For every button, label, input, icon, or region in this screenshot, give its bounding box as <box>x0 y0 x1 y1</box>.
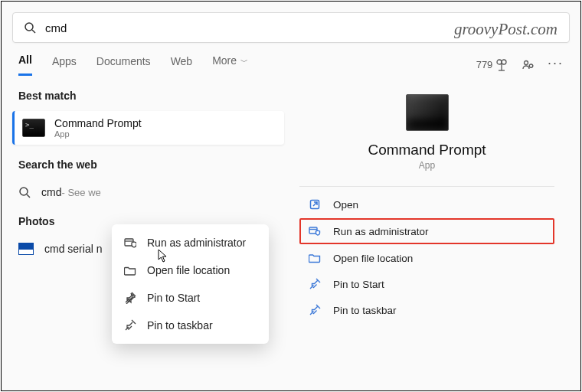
action-label: Open file location <box>333 253 413 264</box>
action-open[interactable]: Open <box>299 191 554 217</box>
pin-icon <box>309 278 321 290</box>
pin-icon <box>309 304 321 316</box>
svg-point-10 <box>20 188 28 195</box>
best-match-result[interactable]: Command Prompt App <box>12 111 284 145</box>
photo-result-label: cmd serial n <box>44 243 102 255</box>
svg-line-11 <box>27 194 30 198</box>
command-prompt-large-icon <box>406 94 449 131</box>
photo-thumbnail <box>18 243 34 255</box>
action-pin-to-taskbar[interactable]: Pin to taskbar <box>299 297 554 323</box>
folder-icon <box>309 252 321 264</box>
cm-label: Run as administrator <box>147 237 246 249</box>
tab-more[interactable]: More ﹀ <box>212 54 248 75</box>
best-match-subtitle: App <box>54 129 142 139</box>
svg-line-1 <box>32 30 35 33</box>
divider <box>299 186 554 187</box>
detail-panel: Command Prompt App Open Run as administr… <box>284 76 570 323</box>
search-window: groovyPost.com All Apps Documents Web Mo… <box>1 1 581 391</box>
best-match-title: Command Prompt <box>54 117 142 129</box>
filter-tabs: All Apps Documents Web More ﹀ 779 ··· <box>2 43 580 76</box>
search-bar[interactable] <box>12 12 570 43</box>
shield-window-icon <box>309 225 321 237</box>
web-result-cmd[interactable]: cmd - See we <box>12 180 284 204</box>
best-match-heading: Best match <box>12 90 284 111</box>
web-result-suffix: - See we <box>61 187 100 198</box>
shield-window-icon <box>124 237 136 249</box>
cm-open-file-location[interactable]: Open file location <box>112 256 269 284</box>
svg-point-4 <box>524 60 528 64</box>
pin-icon <box>124 292 136 304</box>
action-label: Run as administrator <box>333 226 429 237</box>
open-external-icon <box>309 198 321 211</box>
detail-title: Command Prompt <box>299 142 554 158</box>
points-value: 779 <box>476 59 493 70</box>
more-options[interactable]: ··· <box>548 55 564 74</box>
context-menu: Run as administrator Open file location … <box>112 224 269 344</box>
command-prompt-icon <box>22 119 45 137</box>
action-label: Pin to Start <box>333 279 384 290</box>
svg-point-2 <box>497 60 502 64</box>
rewards-points[interactable]: 779 <box>476 59 508 71</box>
svg-point-5 <box>529 64 532 67</box>
svg-point-3 <box>502 60 506 64</box>
cm-run-as-admin[interactable]: Run as administrator <box>112 229 269 256</box>
action-open-file-location[interactable]: Open file location <box>299 245 554 271</box>
action-label: Open <box>333 199 358 211</box>
account-button[interactable] <box>522 59 534 71</box>
cm-label: Open file location <box>147 264 230 276</box>
search-icon <box>18 186 31 198</box>
action-label: Pin to taskbar <box>333 305 397 316</box>
results-column: Best match Command Prompt App Search the… <box>12 76 284 323</box>
detail-subtitle: App <box>299 160 554 171</box>
pin-icon <box>124 319 136 332</box>
web-result-term: cmd <box>41 186 61 198</box>
folder-icon <box>124 264 136 276</box>
cm-pin-to-start[interactable]: Pin to Start <box>112 284 269 312</box>
chevron-down-icon: ﹀ <box>238 57 248 66</box>
search-input[interactable] <box>45 21 558 34</box>
tab-all[interactable]: All <box>18 54 32 76</box>
cm-label: Pin to Start <box>147 292 200 304</box>
tab-documents[interactable]: Documents <box>96 55 151 75</box>
tab-apps[interactable]: Apps <box>52 55 77 75</box>
cm-label: Pin to taskbar <box>147 319 213 332</box>
action-run-as-admin[interactable]: Run as administrator <box>299 218 554 244</box>
action-pin-to-start[interactable]: Pin to Start <box>299 271 554 297</box>
search-web-heading: Search the web <box>12 158 284 180</box>
search-icon <box>24 21 36 34</box>
cm-pin-to-taskbar[interactable]: Pin to taskbar <box>112 312 269 339</box>
svg-point-0 <box>25 23 33 31</box>
tab-web[interactable]: Web <box>171 55 193 75</box>
